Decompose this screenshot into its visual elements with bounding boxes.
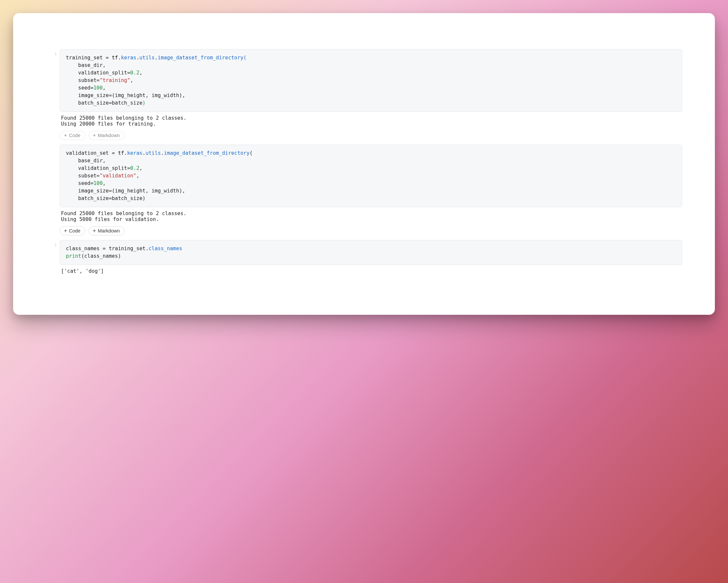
insert-markdown-button[interactable]: + Markdown — [88, 226, 125, 235]
cell-output: Found 25000 files belonging to 2 classes… — [60, 112, 682, 129]
insert-code-button[interactable]: + Code — [60, 226, 85, 235]
button-label: Code — [69, 133, 80, 138]
code-token: = — [97, 173, 99, 179]
code-token: ( — [243, 55, 246, 61]
code-token: base_dir, — [66, 62, 106, 68]
cell-output: Found 25000 files belonging to 2 classes… — [60, 207, 682, 224]
code-token: seed — [66, 180, 90, 186]
code-token: . — [118, 55, 121, 61]
plus-icon: + — [64, 228, 67, 234]
code-token: = — [127, 70, 130, 76]
insert-cell-row: + Code + Markdown — [60, 128, 682, 144]
code-token: , — [103, 180, 106, 186]
code-token: ) — [142, 100, 145, 106]
code-token: seed — [66, 85, 90, 91]
code-token: . — [124, 150, 127, 156]
code-token: . — [155, 55, 158, 61]
code-token: image_dataset_from_directory — [164, 150, 250, 156]
code-editor[interactable]: training_set = tf.keras.utils.image_data… — [60, 49, 682, 112]
code-token: 0.2 — [130, 70, 139, 76]
plus-icon: + — [64, 133, 67, 138]
code-token: , — [139, 70, 142, 76]
insert-code-button[interactable]: + Code — [60, 131, 85, 140]
code-token: , — [103, 85, 106, 91]
button-label: Code — [69, 229, 80, 234]
code-token: "validation" — [100, 173, 136, 179]
plus-icon: + — [93, 133, 96, 138]
code-token: utils — [139, 55, 155, 61]
code-token: 100 — [94, 85, 103, 91]
code-token: image_dataset_from_directory — [158, 55, 243, 61]
code-token: = training_set. — [100, 246, 149, 251]
cell-output: ['cat', 'dog'] — [60, 265, 682, 275]
code-token: utils — [146, 150, 161, 156]
notebook-window: : training_set = tf.keras.utils.image_da… — [13, 13, 715, 315]
button-label: Markdown — [98, 133, 120, 138]
code-token: keras — [121, 55, 136, 61]
code-token: validation_split — [66, 165, 127, 171]
code-cell: : class_names = training_set.class_names… — [60, 240, 682, 275]
code-token: training_set — [66, 55, 103, 61]
code-token: print — [66, 253, 81, 259]
code-token: ( — [250, 150, 253, 156]
code-token: image_size=(img_height, img_width), — [66, 92, 185, 98]
code-token: 100 — [94, 180, 103, 186]
notebook-cells: : training_set = tf.keras.utils.image_da… — [60, 49, 682, 275]
cell-gutter-marker: : — [46, 242, 57, 247]
code-token: , — [136, 173, 139, 179]
code-token: . — [142, 150, 145, 156]
code-token: subset — [66, 173, 97, 179]
code-token: = — [97, 77, 99, 83]
insert-cell-row: + Code + Markdown — [60, 223, 682, 240]
code-token: image_size=(img_height, img_width), — [66, 188, 185, 194]
code-token: validation_set — [66, 150, 109, 156]
code-token: 0.2 — [130, 165, 139, 171]
code-token: base_dir, — [66, 158, 106, 164]
code-token: validation_split — [66, 70, 127, 76]
code-token: "training" — [100, 77, 130, 83]
code-token: batch_size=batch_size) — [66, 195, 146, 201]
insert-markdown-button[interactable]: + Markdown — [88, 131, 125, 140]
plus-icon: + — [93, 228, 96, 234]
code-token: tf — [112, 55, 118, 61]
code-cell: validation_set = tf.keras.utils.image_da… — [60, 144, 682, 240]
code-token: = — [90, 180, 94, 186]
code-cell: : training_set = tf.keras.utils.image_da… — [60, 49, 682, 144]
code-token: class_names — [149, 246, 182, 251]
code-token: = — [103, 55, 112, 61]
code-token: = — [127, 165, 130, 171]
cell-gutter-marker: : — [46, 51, 57, 56]
code-token: = — [109, 150, 118, 156]
code-token: . — [161, 150, 164, 156]
code-token: (class_names) — [81, 253, 121, 259]
code-editor[interactable]: validation_set = tf.keras.utils.image_da… — [60, 144, 682, 207]
code-token: subset — [66, 77, 97, 83]
code-token: keras — [127, 150, 142, 156]
code-token: batch_size=batch_size — [66, 100, 142, 106]
code-token: = — [90, 85, 94, 91]
code-token: , — [130, 77, 133, 83]
code-editor[interactable]: class_names = training_set.class_names p… — [60, 240, 682, 265]
code-token: . — [136, 55, 139, 61]
code-token: tf — [118, 150, 124, 156]
code-token: class_names — [66, 246, 100, 251]
code-token: , — [139, 165, 142, 171]
button-label: Markdown — [98, 229, 120, 234]
